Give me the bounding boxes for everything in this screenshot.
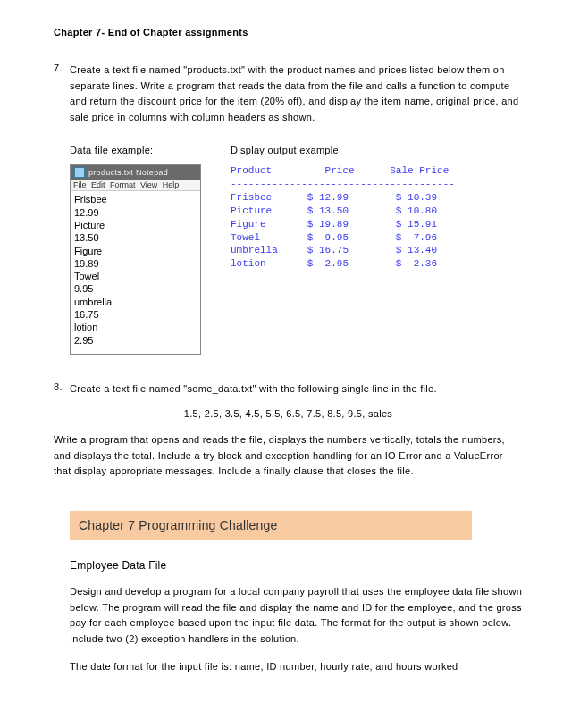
file-line: 19.89 [74,257,197,270]
notepad-menubar: File Edit Format View Help [71,180,200,191]
output-divider: -------------------------------------- [231,179,455,189]
output-label: Display output example: [231,145,523,155]
notepad-body: Frisbee 12.99 Picture 13.50 Figure 19.89… [71,191,200,354]
output-row: Picture $ 13.50 $ 10.80 [231,205,437,216]
question-text: Create a text file named "products.txt" … [70,63,523,125]
file-line: Picture [74,219,197,231]
file-line: lotion [74,321,197,333]
question-text-cont: Write a program that opens and reads the… [54,432,523,480]
question-text: Create a text file named "some_data.txt"… [70,381,437,397]
challenge-paragraph: Design and develop a program for a local… [70,584,523,647]
notepad-icon [74,167,85,178]
question-number: 8. [54,381,70,397]
output-row: umbrella $ 16.75 $ 13.40 [231,245,437,255]
page-title: Chapter 7- End of Chapter assignments [54,27,523,38]
output-block: Product Price Sale Price ---------------… [231,164,523,271]
file-line: umbrella [74,296,197,308]
data-file-label: Data file example: [70,145,222,155]
challenge-paragraph: The date format for the input file is: n… [70,659,523,675]
output-row: Figure $ 19.89 $ 15.91 [231,219,437,230]
inline-data: 1.5, 2.5, 3.5, 4.5, 5.5, 6.5, 7.5, 8.5, … [54,406,523,423]
question-number: 7. [54,63,70,125]
question-7: 7. Create a text file named "products.tx… [54,63,523,125]
question-8: 8. Create a text file named "some_data.t… [54,381,523,397]
file-line: Figure [74,245,197,257]
output-row: Towel $ 9.95 $ 7.96 [231,232,437,243]
file-line: Frisbee [74,193,197,205]
challenge-heading: Employee Data File [70,559,523,572]
output-row: lotion $ 2.95 $ 2.36 [231,258,437,269]
file-line: 12.99 [74,206,197,219]
challenge-banner: Chapter 7 Programming Challenge [70,511,472,540]
output-header: Product Price Sale Price [231,165,449,176]
notepad-title-text: products.txt Notepad [88,168,168,177]
challenge-body: Design and develop a program for a local… [70,584,523,675]
notepad-titlebar: products.txt Notepad [71,165,200,180]
file-line: 2.95 [74,334,197,347]
document-page: Chapter 7- End of Chapter assignments 7.… [0,0,563,711]
display-output-example: Display output example: Product Price Sa… [222,145,523,355]
file-line: 13.50 [74,231,197,244]
file-line: 9.95 [74,282,197,295]
file-line: Towel [74,270,197,282]
notepad-window: products.txt Notepad File Edit Format Vi… [70,164,201,355]
data-file-example: Data file example: products.txt Notepad … [70,145,222,355]
file-line: 16.75 [74,308,197,321]
output-row: Frisbee $ 12.99 $ 10.39 [231,192,437,203]
examples-row: Data file example: products.txt Notepad … [54,145,523,355]
